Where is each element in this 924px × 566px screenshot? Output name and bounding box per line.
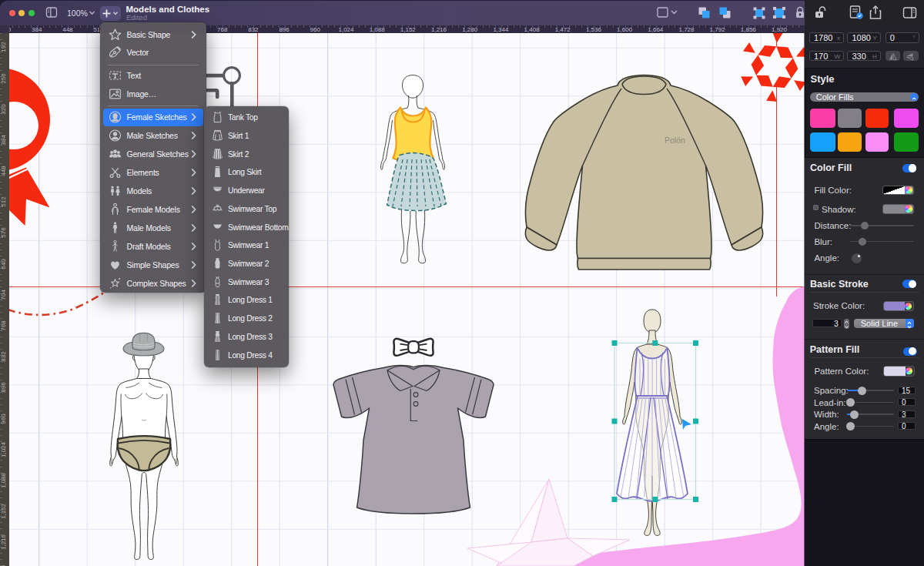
svg-text:Polön: Polön (665, 136, 685, 145)
